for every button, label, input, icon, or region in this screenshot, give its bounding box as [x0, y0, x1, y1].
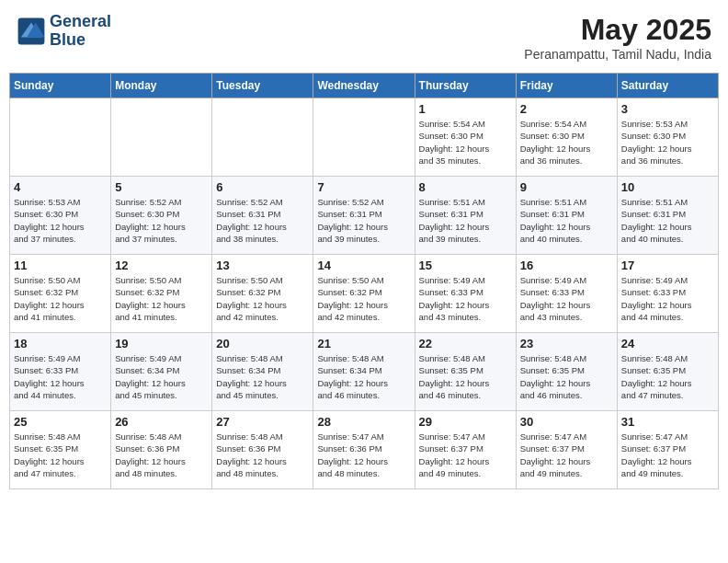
day-number: 12	[115, 259, 208, 272]
calendar-cell: 4Sunrise: 5:53 AM Sunset: 6:30 PM Daylig…	[10, 177, 111, 255]
cell-content: Sunrise: 5:50 AM Sunset: 6:32 PM Dayligh…	[115, 274, 208, 323]
calendar-cell: 13Sunrise: 5:50 AM Sunset: 6:32 PM Dayli…	[212, 255, 313, 333]
calendar-cell: 25Sunrise: 5:48 AM Sunset: 6:35 PM Dayli…	[10, 411, 111, 489]
day-number: 6	[216, 180, 309, 194]
day-number: 25	[14, 415, 107, 429]
cell-content: Sunrise: 5:48 AM Sunset: 6:35 PM Dayligh…	[14, 431, 107, 479]
weekday-header-wednesday: Wednesday	[313, 74, 415, 98]
weekday-header-tuesday: Tuesday	[212, 74, 313, 98]
day-number: 18	[14, 337, 107, 350]
calendar-cell: 19Sunrise: 5:49 AM Sunset: 6:34 PM Dayli…	[111, 333, 212, 411]
cell-content: Sunrise: 5:49 AM Sunset: 6:33 PM Dayligh…	[419, 274, 512, 323]
day-number: 24	[621, 337, 714, 350]
cell-content: Sunrise: 5:48 AM Sunset: 6:35 PM Dayligh…	[520, 352, 613, 401]
cell-content: Sunrise: 5:48 AM Sunset: 6:34 PM Dayligh…	[216, 352, 309, 401]
calendar-cell: 23Sunrise: 5:48 AM Sunset: 6:35 PM Dayli…	[516, 333, 617, 411]
day-number: 1	[419, 102, 512, 116]
day-number: 16	[520, 259, 613, 272]
cell-content: Sunrise: 5:52 AM Sunset: 6:31 PM Dayligh…	[216, 196, 309, 245]
day-number: 10	[621, 180, 714, 194]
day-number: 11	[14, 259, 107, 272]
calendar-cell: 30Sunrise: 5:47 AM Sunset: 6:37 PM Dayli…	[516, 411, 617, 489]
cell-content: Sunrise: 5:48 AM Sunset: 6:35 PM Dayligh…	[621, 352, 714, 401]
calendar-cell: 8Sunrise: 5:51 AM Sunset: 6:31 PM Daylig…	[415, 177, 516, 255]
calendar-cell: 2Sunrise: 5:54 AM Sunset: 6:30 PM Daylig…	[516, 98, 617, 177]
cell-content: Sunrise: 5:52 AM Sunset: 6:30 PM Dayligh…	[115, 196, 208, 245]
calendar-cell: 20Sunrise: 5:48 AM Sunset: 6:34 PM Dayli…	[212, 333, 313, 411]
cell-content: Sunrise: 5:51 AM Sunset: 6:31 PM Dayligh…	[419, 196, 512, 245]
logo: General Blue	[17, 13, 111, 50]
day-number: 9	[520, 180, 613, 194]
weekday-header-saturday: Saturday	[617, 74, 718, 98]
calendar-week-row: 25Sunrise: 5:48 AM Sunset: 6:35 PM Dayli…	[10, 411, 719, 489]
cell-content: Sunrise: 5:47 AM Sunset: 6:36 PM Dayligh…	[317, 431, 410, 479]
weekday-header-thursday: Thursday	[415, 74, 516, 98]
day-number: 15	[419, 259, 512, 272]
page-header: General Blue May 2025 Peranampattu, Tami…	[9, 9, 719, 65]
cell-content: Sunrise: 5:50 AM Sunset: 6:32 PM Dayligh…	[14, 274, 107, 323]
calendar-cell: 10Sunrise: 5:51 AM Sunset: 6:31 PM Dayli…	[617, 177, 718, 255]
month-title: May 2025	[524, 13, 711, 47]
calendar-cell: 12Sunrise: 5:50 AM Sunset: 6:32 PM Dayli…	[111, 255, 212, 333]
day-number: 27	[216, 415, 309, 429]
day-number: 2	[520, 102, 613, 116]
cell-content: Sunrise: 5:51 AM Sunset: 6:31 PM Dayligh…	[621, 196, 714, 245]
cell-content: Sunrise: 5:47 AM Sunset: 6:37 PM Dayligh…	[419, 431, 512, 479]
calendar-cell: 22Sunrise: 5:48 AM Sunset: 6:35 PM Dayli…	[415, 333, 516, 411]
calendar-cell: 1Sunrise: 5:54 AM Sunset: 6:30 PM Daylig…	[415, 98, 516, 177]
calendar-week-row: 18Sunrise: 5:49 AM Sunset: 6:33 PM Dayli…	[10, 333, 719, 411]
calendar-cell	[313, 98, 415, 177]
calendar-cell	[212, 98, 313, 177]
day-number: 28	[317, 415, 410, 429]
weekday-header-row: SundayMondayTuesdayWednesdayThursdayFrid…	[10, 74, 719, 98]
calendar-cell: 14Sunrise: 5:50 AM Sunset: 6:32 PM Dayli…	[313, 255, 415, 333]
calendar-cell: 29Sunrise: 5:47 AM Sunset: 6:37 PM Dayli…	[415, 411, 516, 489]
calendar-cell: 11Sunrise: 5:50 AM Sunset: 6:32 PM Dayli…	[10, 255, 111, 333]
cell-content: Sunrise: 5:49 AM Sunset: 6:33 PM Dayligh…	[14, 352, 107, 401]
cell-content: Sunrise: 5:48 AM Sunset: 6:34 PM Dayligh…	[317, 352, 410, 401]
day-number: 5	[115, 180, 208, 194]
logo-line1: General	[50, 13, 111, 31]
calendar-cell	[111, 98, 212, 177]
logo-line2: Blue	[50, 31, 111, 50]
day-number: 19	[115, 337, 208, 350]
calendar-week-row: 11Sunrise: 5:50 AM Sunset: 6:32 PM Dayli…	[10, 255, 719, 333]
calendar-cell: 21Sunrise: 5:48 AM Sunset: 6:34 PM Dayli…	[313, 333, 415, 411]
calendar-week-row: 1Sunrise: 5:54 AM Sunset: 6:30 PM Daylig…	[10, 98, 719, 177]
calendar-cell: 16Sunrise: 5:49 AM Sunset: 6:33 PM Dayli…	[516, 255, 617, 333]
location-title: Peranampattu, Tamil Nadu, India	[524, 47, 711, 62]
day-number: 14	[317, 259, 410, 272]
calendar-cell: 6Sunrise: 5:52 AM Sunset: 6:31 PM Daylig…	[212, 177, 313, 255]
day-number: 21	[317, 337, 410, 350]
cell-content: Sunrise: 5:53 AM Sunset: 6:30 PM Dayligh…	[621, 118, 714, 167]
calendar-cell: 26Sunrise: 5:48 AM Sunset: 6:36 PM Dayli…	[111, 411, 212, 489]
cell-content: Sunrise: 5:47 AM Sunset: 6:37 PM Dayligh…	[520, 431, 613, 479]
calendar-cell: 27Sunrise: 5:48 AM Sunset: 6:36 PM Dayli…	[212, 411, 313, 489]
day-number: 17	[621, 259, 714, 272]
cell-content: Sunrise: 5:50 AM Sunset: 6:32 PM Dayligh…	[216, 274, 309, 323]
calendar-cell: 17Sunrise: 5:49 AM Sunset: 6:33 PM Dayli…	[617, 255, 718, 333]
cell-content: Sunrise: 5:53 AM Sunset: 6:30 PM Dayligh…	[14, 196, 107, 245]
calendar-cell: 24Sunrise: 5:48 AM Sunset: 6:35 PM Dayli…	[617, 333, 718, 411]
calendar-cell: 28Sunrise: 5:47 AM Sunset: 6:36 PM Dayli…	[313, 411, 415, 489]
cell-content: Sunrise: 5:49 AM Sunset: 6:33 PM Dayligh…	[520, 274, 613, 323]
day-number: 29	[419, 415, 512, 429]
calendar-cell: 7Sunrise: 5:52 AM Sunset: 6:31 PM Daylig…	[313, 177, 415, 255]
calendar-cell	[10, 98, 111, 177]
calendar-cell: 31Sunrise: 5:47 AM Sunset: 6:37 PM Dayli…	[617, 411, 718, 489]
day-number: 31	[621, 415, 714, 429]
day-number: 26	[115, 415, 208, 429]
cell-content: Sunrise: 5:48 AM Sunset: 6:35 PM Dayligh…	[419, 352, 512, 401]
cell-content: Sunrise: 5:50 AM Sunset: 6:32 PM Dayligh…	[317, 274, 410, 323]
calendar-cell: 18Sunrise: 5:49 AM Sunset: 6:33 PM Dayli…	[10, 333, 111, 411]
day-number: 3	[621, 102, 714, 116]
cell-content: Sunrise: 5:48 AM Sunset: 6:36 PM Dayligh…	[115, 431, 208, 479]
cell-content: Sunrise: 5:51 AM Sunset: 6:31 PM Dayligh…	[520, 196, 613, 245]
day-number: 8	[419, 180, 512, 194]
title-block: May 2025 Peranampattu, Tamil Nadu, India	[524, 13, 711, 62]
day-number: 22	[419, 337, 512, 350]
day-number: 23	[520, 337, 613, 350]
weekday-header-friday: Friday	[516, 74, 617, 98]
weekday-header-monday: Monday	[111, 74, 212, 98]
calendar-cell: 3Sunrise: 5:53 AM Sunset: 6:30 PM Daylig…	[617, 98, 718, 177]
